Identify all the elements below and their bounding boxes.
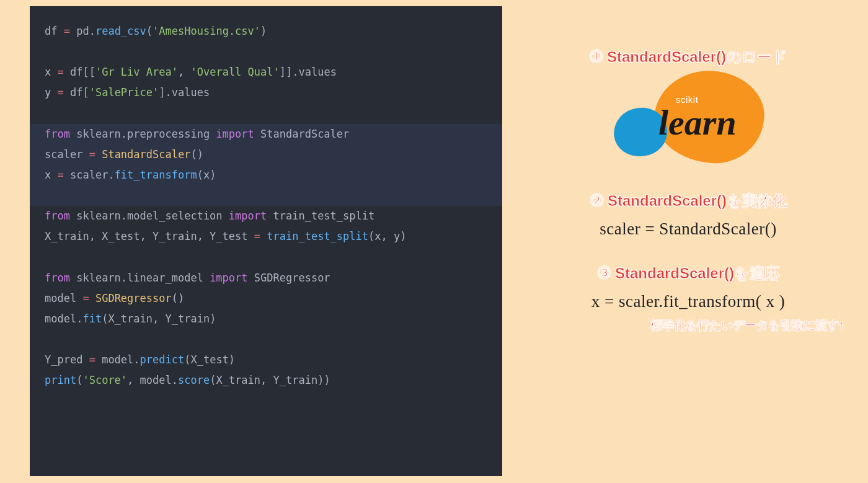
code-token: ]].values: [280, 66, 337, 78]
code-token: model.: [45, 312, 82, 325]
code-token: =: [64, 25, 70, 37]
code-token: fit_transform: [115, 169, 197, 181]
code-token: (: [76, 374, 82, 386]
code-token: (): [172, 292, 184, 304]
scikit-learn-logo: scikit learn: [608, 76, 769, 162]
code-token: read_csv: [95, 25, 146, 37]
code-token: sklearn.model_selection: [70, 210, 229, 222]
code-token: ].values: [159, 86, 210, 99]
code-token: model: [45, 292, 82, 304]
code-token: predict: [140, 353, 185, 366]
code-token: pd.: [70, 25, 95, 37]
code-token: print: [45, 374, 76, 386]
code-token: X_train, X_test, Y_train, Y_test: [45, 230, 254, 242]
code-token: StandardScaler: [102, 148, 190, 161]
code-blank-line: [45, 107, 51, 120]
code-token: (X_test): [184, 353, 235, 366]
code-token: ): [260, 25, 267, 37]
code-token: StandardScaler: [254, 128, 350, 140]
code-token: =: [254, 230, 260, 242]
code-token: SGDRegressor: [248, 272, 330, 284]
code-token: df: [45, 25, 64, 37]
code-token: x: [45, 169, 57, 181]
code-token: 'Score': [82, 374, 127, 386]
code-token: 'Gr Liv Area': [95, 66, 178, 78]
code-token: =: [57, 169, 63, 181]
step-3-code: x = scaler.fit_transform( x ): [521, 292, 856, 311]
code-token: df[: [64, 86, 89, 99]
code-token: (): [190, 148, 203, 161]
code-token: import: [210, 272, 247, 284]
step-3-note: 標準化を行たいデータを引数に渡す↑: [521, 317, 856, 334]
step-2-code: scaler = StandardScaler(): [521, 219, 856, 239]
code-token: , model.: [127, 374, 178, 386]
code-block-3: from sklearn.model_selection import trai…: [45, 206, 487, 391]
code-token: =: [89, 353, 95, 366]
step-1-title: ①StandardScaler()のロード: [521, 47, 856, 67]
code-token: (x): [197, 169, 216, 181]
code-token: from: [45, 128, 70, 140]
code-token: [95, 148, 102, 161]
code-token: 'Overall Qual': [190, 66, 279, 78]
code-blank-line: [45, 333, 51, 345]
code-token: Y_pred: [45, 353, 89, 366]
code-token: model.: [95, 353, 140, 366]
step-3-number: ③: [597, 264, 611, 282]
step-2-number: ②: [590, 191, 604, 210]
step-1-text: StandardScaler()のロード: [607, 48, 787, 65]
logo-learn-text: learn: [658, 102, 737, 143]
explanation-panel: ①StandardScaler()のロード scikit learn ②Stan…: [521, 47, 856, 334]
code-token: sklearn.linear_model: [70, 272, 210, 284]
code-token: y: [45, 86, 57, 99]
step-2-title: ②StandardScaler()を実体化: [521, 191, 856, 211]
code-blank-line: [45, 45, 51, 58]
code-token: ,: [178, 66, 190, 78]
code-token: 'AmesHousing.csv': [153, 25, 260, 37]
code-token: (X_train, Y_train)): [210, 374, 330, 386]
code-token: x: [45, 66, 57, 78]
code-block-highlight: from sklearn.preprocessing import Standa…: [30, 124, 502, 206]
code-token: train_test_split: [267, 210, 374, 222]
code-token: =: [57, 86, 63, 99]
code-token: from: [45, 210, 70, 222]
code-token: df[[: [64, 66, 95, 78]
code-token: fit: [82, 312, 102, 325]
code-token: [260, 230, 267, 242]
code-token: import: [229, 210, 267, 222]
code-token: sklearn.preprocessing: [70, 128, 216, 140]
code-token: =: [82, 292, 89, 304]
code-token: score: [178, 374, 210, 386]
step-2-text: StandardScaler()を実体化: [608, 192, 787, 209]
step-1-number: ①: [589, 47, 603, 66]
code-editor: df = pd.read_csv('AmesHousing.csv') x = …: [30, 6, 502, 476]
code-token: scaler.: [64, 169, 115, 181]
code-token: [89, 292, 95, 304]
code-blank-line: [45, 189, 51, 202]
code-token: (X_train, Y_train): [102, 312, 216, 325]
code-token: train_test_split: [267, 230, 368, 242]
step-3-text: StandardScaler()を適応: [615, 265, 779, 281]
code-token: import: [216, 128, 254, 140]
code-block-1: df = pd.read_csv('AmesHousing.csv') x = …: [45, 21, 487, 124]
code-token: =: [89, 148, 95, 161]
code-token: =: [57, 66, 63, 78]
step-3-title: ③StandardScaler()を適応: [521, 264, 856, 283]
code-blank-line: [45, 251, 51, 264]
code-token: from: [45, 272, 70, 284]
code-token: scaler: [45, 148, 89, 161]
code-token: 'SalePrice': [89, 86, 159, 99]
code-token: (: [146, 25, 153, 37]
code-token: SGDRegressor: [95, 292, 172, 304]
code-token: (x, y): [368, 230, 406, 242]
